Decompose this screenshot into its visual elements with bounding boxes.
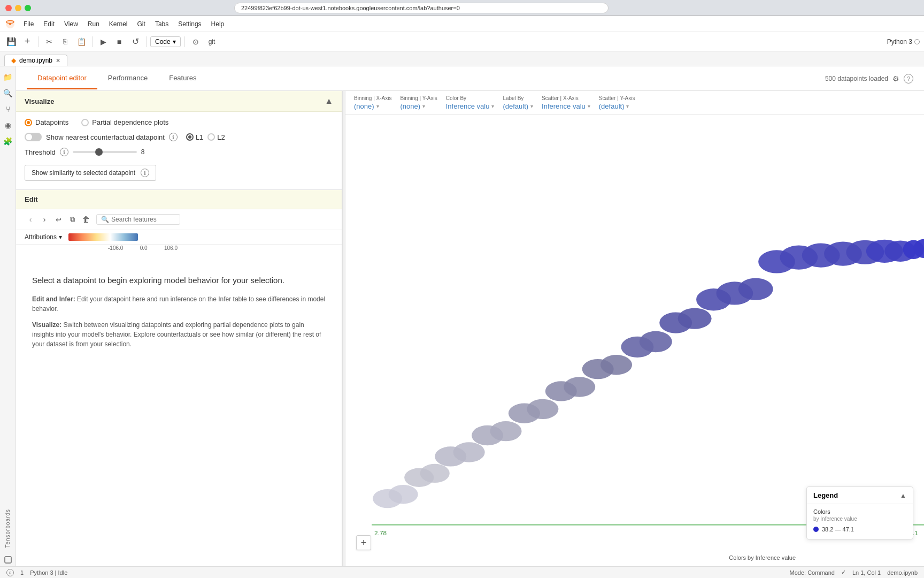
browser-minimize[interactable] [15,5,21,11]
color-by-select[interactable]: Inference valu ▾ [446,102,495,110]
colors-by-inference-label: Colors by Inference value [729,554,796,561]
svg-point-2 [9,23,11,25]
svg-point-5 [389,485,418,504]
legend-collapse-icon[interactable]: ▲ [900,492,906,499]
menu-git[interactable]: Git [133,19,150,29]
visualize-collapse-icon[interactable]: ▲ [325,96,333,106]
sidebar-icon-search[interactable]: 🔍 [2,87,14,100]
python-label: Python 3 [887,38,912,45]
close-tab-icon[interactable]: ✕ [56,57,60,64]
copy-button[interactable]: ⎘ [58,35,72,49]
binning-x-select[interactable]: (none) ▾ [354,102,391,110]
scatter-y-value: (default) [599,102,625,110]
settings-icon[interactable]: ⚙ [892,74,899,83]
show-similarity-btn[interactable]: Show similarity to selected datapoint ℹ [25,165,156,181]
menu-file[interactable]: File [19,19,38,29]
tab-features[interactable]: Features [158,67,207,89]
threshold-info-icon[interactable]: ℹ [60,148,68,156]
color-by-control: Color By Inference valu ▾ [446,95,495,110]
restart-button[interactable]: ↺ [128,35,142,49]
address-bar[interactable]: 22499f823ef62b99-dot-us-west1.notebooks.… [234,3,609,13]
edit-next-btn[interactable]: › [38,214,50,225]
legend-colors-label: Colors [813,508,906,515]
radio-datapoints[interactable]: Datapoints [25,118,68,126]
threshold-slider[interactable] [73,151,137,153]
jupyter-toolbar: 💾 + ✂ ⎘ 📋 ▶ ■ ↺ Code ▾ ⊙ git Python 3 [0,32,924,51]
svg-point-24 [738,278,773,300]
menu-settings[interactable]: Settings [174,19,205,29]
paste-button[interactable]: 📋 [74,35,88,49]
scatter-y-select[interactable]: (default) ▾ [599,102,635,110]
edit-delete-btn[interactable]: 🗑 [80,214,92,225]
l2-radio[interactable]: L2 [207,133,225,141]
scatter-x-select[interactable]: Inference valu ▾ [542,102,590,110]
split-pane: Visualize ▲ Datapoints [16,91,924,566]
search-features-input[interactable] [111,216,175,223]
tab-performance[interactable]: Performance [97,67,158,89]
jupyter-logo [4,18,16,30]
counterfactual-toggle[interactable] [25,133,42,141]
empty-state-visualize: Visualize: Switch between visualizing da… [32,320,326,349]
help-icon[interactable]: ? [904,74,913,83]
edit-prev-btn[interactable]: ‹ [25,214,36,225]
code-selector[interactable]: Code ▾ [150,36,181,47]
python-indicator: Python 3 [887,38,920,45]
binning-y-select[interactable]: (none) ▾ [400,102,437,110]
menu-edit[interactable]: Edit [39,19,59,29]
binning-x-label: Binning | X-Axis [354,95,391,101]
browser-maximize[interactable] [25,5,31,11]
color-by-value: Inference valu [446,102,490,110]
attributions-label: Attributions [25,233,57,241]
search-icon: 🔍 [101,216,109,223]
legend-colors-subtitle: by Inference value [813,516,906,522]
show-similarity-info-icon[interactable]: ℹ [141,169,149,177]
notebook-tab-bar: ◆ demo.ipynb ✕ [0,51,924,66]
legend-dot-1 [813,527,819,532]
sidebar-icon-git[interactable]: ⑂ [2,103,14,116]
top-tabs-right: 500 datapoints loaded ⚙ ? [825,74,913,83]
edit-undo-btn[interactable]: ↩ [52,214,64,225]
cut-button[interactable]: ✂ [42,35,56,49]
threshold-label: Threshold [25,148,56,156]
sidebar-icon-extensions[interactable]: 🧩 [2,135,14,148]
label-by-select[interactable]: (default) ▾ [503,102,533,110]
menu-run[interactable]: Run [83,19,104,29]
circle-button[interactable]: ⊙ [189,35,203,49]
toolbar-sep4 [184,36,185,47]
toggle-info-icon[interactable]: ℹ [169,133,178,141]
radio-pdp[interactable]: Partial dependence plots [81,118,168,126]
scatter-y-control: Scatter | Y-Axis (default) ▾ [599,95,635,110]
attributions-dropdown-btn[interactable]: Attributions ▾ [25,233,62,241]
notebook-tab[interactable]: ◆ demo.ipynb ✕ [4,55,67,66]
stop-button[interactable]: ■ [112,35,126,49]
sidebar-icon-running[interactable]: ◉ [2,119,14,132]
browser-close[interactable] [5,5,12,11]
attributions-row: Attributions ▾ [16,230,342,245]
git-btn[interactable]: git [205,36,219,47]
sidebar-icon-files[interactable]: 📁 [2,71,14,83]
sidebar-bottom-icon[interactable] [4,556,12,564]
zoom-button[interactable]: + [356,535,371,550]
edit-copy-btn[interactable]: ⧉ [66,214,78,225]
menu-tabs[interactable]: Tabs [151,19,173,29]
svg-text:2.78: 2.78 [374,529,387,537]
toolbar-sep1 [38,36,38,47]
menu-help[interactable]: Help [207,19,229,29]
status-ln-col: Ln 1, Col 1 [852,569,881,576]
edit-header: Edit [16,190,342,209]
status-cell-count: 1 [20,569,24,576]
run-button[interactable]: ▶ [96,35,110,49]
attributions-caret: ▾ [59,233,62,241]
scatter-y-label: Scatter | Y-Axis [599,95,635,101]
scatter-x-caret: ▾ [588,103,590,109]
save-button[interactable]: 💾 [4,35,18,49]
svg-point-7 [420,464,450,483]
menu-kernel[interactable]: Kernel [105,19,132,29]
l1-radio[interactable]: L1 [186,133,203,141]
scatter-x-value: Inference valu [542,102,586,110]
color-by-label: Color By [446,95,495,101]
tab-datapoint-editor[interactable]: Datapoint editor [27,67,97,89]
menu-view[interactable]: View [60,19,82,29]
add-cell-button[interactable]: + [20,35,34,49]
sidebar-tensorboards[interactable]: Tensorboards [4,507,12,550]
